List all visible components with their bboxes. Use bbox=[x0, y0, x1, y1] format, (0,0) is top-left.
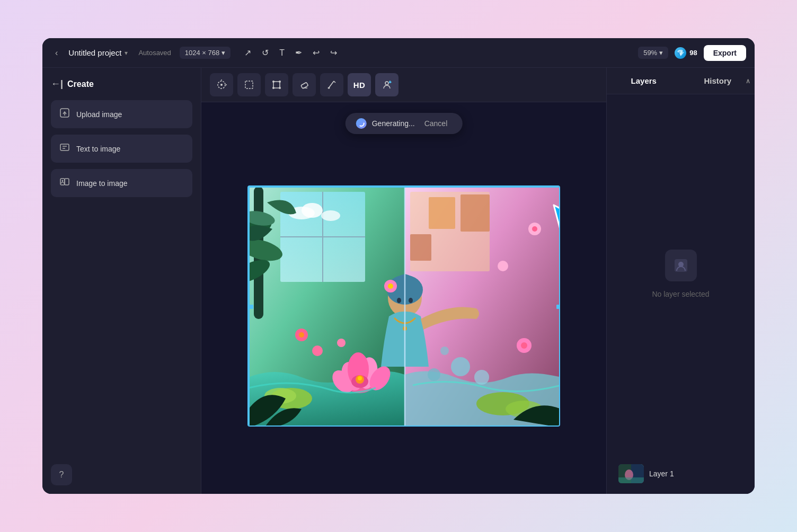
back-button[interactable]: ‹ bbox=[51, 46, 62, 60]
canvas-area: HD bbox=[201, 68, 606, 494]
history-tab-chevron: ∧ bbox=[746, 77, 750, 85]
right-panel: Layers History ∧ No layer selected bbox=[606, 68, 755, 494]
svg-point-9 bbox=[220, 84, 223, 86]
cancel-button[interactable]: Cancel bbox=[420, 118, 452, 129]
svg-rect-80 bbox=[249, 305, 253, 309]
history-tab-label: History bbox=[704, 76, 731, 85]
autosaved-status: Autosaved bbox=[138, 49, 171, 57]
no-layer-text: No layer selected bbox=[652, 290, 709, 298]
generating-text: Generating... bbox=[372, 119, 415, 128]
canvas-toolbar: HD bbox=[201, 68, 606, 102]
svg-point-48 bbox=[388, 283, 393, 289]
image-to-image-icon bbox=[59, 176, 70, 190]
svg-point-7 bbox=[62, 180, 64, 182]
svg-rect-39 bbox=[410, 234, 431, 261]
project-name-chevron: ▾ bbox=[125, 49, 128, 57]
svg-line-22 bbox=[334, 81, 335, 83]
svg-rect-13 bbox=[273, 82, 280, 88]
main-layout: ←| Create Upload image bbox=[42, 68, 755, 494]
svg-point-15 bbox=[279, 81, 281, 83]
canvas-image-wrapper[interactable] bbox=[247, 185, 560, 427]
svg-point-14 bbox=[272, 81, 274, 83]
canvas-artwork bbox=[249, 187, 560, 427]
rotate-tool-button[interactable]: ↺ bbox=[259, 46, 272, 60]
zoom-value: 59% bbox=[643, 49, 657, 57]
sidebar: ←| Create Upload image bbox=[42, 68, 201, 494]
crop-button[interactable] bbox=[265, 73, 288, 96]
image-to-image-label: Image to image bbox=[76, 179, 128, 188]
text-to-image-label: Text to image bbox=[76, 145, 120, 153]
credits-icon: 💎 bbox=[675, 47, 686, 59]
header-tools: ↗ ↺ T ✒ ↩ ↪ bbox=[241, 46, 340, 60]
layers-list: Layer 1 bbox=[607, 454, 755, 494]
text-to-image-icon bbox=[59, 142, 70, 155]
export-button[interactable]: Export bbox=[704, 45, 746, 61]
help-button[interactable]: ? bbox=[51, 464, 72, 485]
redo-button[interactable]: ↪ bbox=[327, 46, 340, 60]
rect-select-button[interactable] bbox=[237, 73, 261, 96]
sidebar-item-image-to-image[interactable]: Image to image bbox=[51, 169, 192, 197]
svg-point-23 bbox=[385, 82, 388, 85]
layer-item[interactable]: Layer 1 bbox=[613, 460, 748, 487]
credits-display: 💎 98 bbox=[675, 47, 697, 59]
text-tool-button[interactable]: T bbox=[276, 46, 288, 60]
svg-point-17 bbox=[279, 87, 281, 89]
svg-point-68 bbox=[337, 339, 346, 347]
layer-name: Layer 1 bbox=[649, 469, 674, 478]
svg-point-70 bbox=[532, 226, 537, 232]
svg-line-20 bbox=[329, 81, 334, 87]
history-tab[interactable]: History ∧ bbox=[681, 68, 755, 94]
svg-point-76 bbox=[428, 368, 440, 381]
svg-point-34 bbox=[302, 203, 323, 218]
magic-select-button[interactable] bbox=[210, 73, 233, 96]
svg-rect-12 bbox=[245, 81, 253, 88]
no-layer-area: No layer selected bbox=[607, 94, 755, 454]
sidebar-back-arrow: ←| bbox=[51, 78, 63, 90]
svg-rect-81 bbox=[556, 305, 560, 309]
project-name-dropdown[interactable]: Untitled project ▾ bbox=[68, 48, 128, 57]
svg-rect-2 bbox=[60, 144, 69, 150]
generating-spinner-icon bbox=[356, 118, 367, 129]
svg-point-73 bbox=[521, 342, 527, 349]
brush-button[interactable] bbox=[320, 73, 343, 96]
sidebar-item-upload-image[interactable]: Upload image bbox=[51, 100, 192, 128]
svg-marker-82 bbox=[554, 205, 560, 235]
svg-point-66 bbox=[299, 332, 304, 338]
layers-tab[interactable]: Layers bbox=[607, 68, 681, 94]
undo-button[interactable]: ↩ bbox=[309, 46, 323, 60]
sidebar-title: Create bbox=[67, 79, 94, 89]
canvas-content[interactable]: Generating... Cancel bbox=[201, 102, 606, 494]
svg-point-35 bbox=[321, 210, 340, 221]
svg-point-49 bbox=[397, 298, 401, 303]
hd-button[interactable]: HD bbox=[348, 73, 371, 96]
svg-point-64 bbox=[358, 376, 362, 380]
zoom-chevron: ▾ bbox=[659, 49, 663, 57]
svg-rect-88 bbox=[618, 477, 644, 483]
credits-value: 98 bbox=[689, 49, 697, 57]
svg-rect-6 bbox=[65, 179, 69, 185]
svg-point-27 bbox=[359, 121, 364, 126]
svg-point-67 bbox=[312, 345, 323, 356]
pen-tool-button[interactable]: ✒ bbox=[292, 46, 305, 60]
people-enhance-button[interactable] bbox=[375, 73, 398, 96]
zoom-control[interactable]: 59% ▾ bbox=[638, 47, 668, 59]
sidebar-header: ←| Create bbox=[51, 76, 192, 94]
dimensions-selector[interactable]: 1024 × 768 ▾ bbox=[180, 47, 231, 59]
help-icon: ? bbox=[59, 470, 64, 480]
sidebar-item-text-to-image[interactable]: Text to image bbox=[51, 135, 192, 163]
dimensions-chevron: ▾ bbox=[222, 49, 225, 57]
upload-image-icon bbox=[59, 108, 70, 121]
header: ‹ Untitled project ▾ Autosaved 1024 × 76… bbox=[42, 38, 755, 68]
upload-image-label: Upload image bbox=[76, 110, 122, 119]
svg-point-50 bbox=[409, 298, 413, 303]
layers-tab-label: Layers bbox=[631, 76, 657, 85]
svg-point-24 bbox=[389, 81, 391, 83]
select-tool-button[interactable]: ↗ bbox=[241, 46, 254, 60]
svg-rect-38 bbox=[461, 194, 490, 232]
generating-popup: Generating... Cancel bbox=[346, 113, 463, 134]
svg-point-21 bbox=[328, 87, 330, 89]
svg-point-77 bbox=[440, 347, 449, 355]
eraser-button[interactable] bbox=[293, 73, 316, 96]
sidebar-bottom: ? bbox=[51, 464, 192, 485]
project-name-text: Untitled project bbox=[68, 48, 121, 57]
